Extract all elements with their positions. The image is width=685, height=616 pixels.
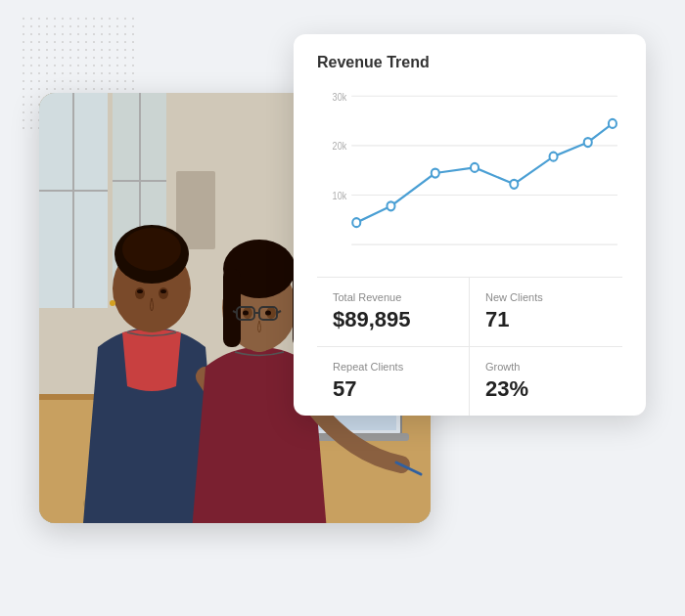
stats-grid: Total Revenue $89,895 New Clients 71 Rep… (317, 277, 622, 416)
svg-point-51 (387, 201, 394, 210)
svg-point-26 (160, 289, 166, 293)
growth-label: Growth (485, 361, 607, 373)
stat-growth: Growth 23% (470, 347, 622, 416)
svg-point-22 (122, 228, 181, 271)
stat-new-clients: New Clients 71 (470, 278, 622, 347)
svg-point-40 (243, 311, 249, 316)
svg-text:10k: 10k (333, 191, 347, 202)
svg-point-27 (110, 300, 115, 306)
svg-point-52 (432, 169, 439, 178)
svg-point-56 (584, 138, 592, 147)
svg-point-57 (609, 119, 616, 128)
svg-point-54 (510, 180, 518, 189)
revenue-chart: 30k 20k 10k (317, 85, 622, 261)
svg-point-50 (352, 218, 360, 227)
new-clients-label: New Clients (485, 291, 607, 303)
chart-title: Revenue Trend (317, 54, 622, 71)
total-revenue-label: Total Revenue (333, 291, 453, 303)
main-scene: Revenue Trend 30k 20k 10k (39, 34, 646, 582)
svg-point-55 (550, 153, 558, 161)
chart-svg: 30k 20k 10k (317, 85, 622, 261)
dashboard-card: Revenue Trend 30k 20k 10k (294, 34, 646, 416)
total-revenue-value: $89,895 (333, 307, 453, 332)
stat-repeat-clients: Repeat Clients 57 (317, 347, 470, 416)
growth-value: 23% (485, 376, 607, 402)
svg-point-25 (137, 289, 143, 293)
repeat-clients-label: Repeat Clients (333, 361, 453, 373)
new-clients-value: 71 (485, 307, 607, 332)
svg-text:30k: 30k (333, 91, 347, 103)
stat-total-revenue: Total Revenue $89,895 (317, 278, 470, 347)
repeat-clients-value: 57 (333, 376, 453, 402)
svg-point-41 (265, 311, 271, 316)
svg-text:20k: 20k (333, 141, 347, 153)
svg-point-53 (471, 163, 479, 172)
